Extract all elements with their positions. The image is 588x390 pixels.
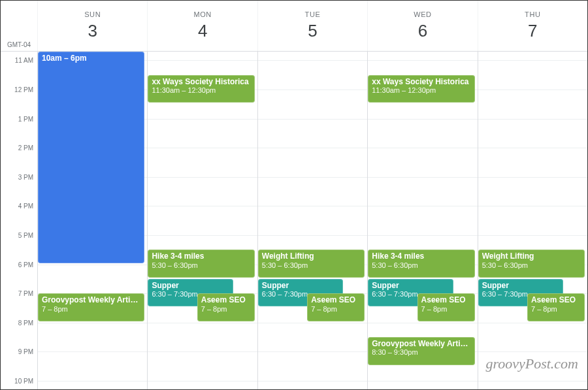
event-time: 5:30 – 6:30pm (262, 261, 361, 270)
event-title: xx Ways Society Historica (372, 77, 470, 86)
event-time: 5:30 – 6:30pm (482, 261, 581, 270)
day-number[interactable]: 6 (418, 21, 427, 41)
event-title: Groovypost Weekly Article (42, 295, 140, 304)
day-column[interactable]: xx Ways Society Historica11:30am – 12:30… (367, 52, 477, 389)
event-title: Aseem SEO (201, 295, 251, 304)
day-column[interactable]: Weight Lifting5:30 – 6:30pmSupper6:30 – … (478, 52, 587, 389)
calendar-event[interactable]: Weight Lifting5:30 – 6:30pm (258, 250, 365, 278)
time-label: 9 PM (18, 348, 33, 355)
calendar-event[interactable]: Weight Lifting5:30 – 6:30pm (478, 250, 585, 278)
day-header[interactable]: THU7 (478, 1, 587, 51)
calendar-grid[interactable]: 11 AM12 PM1 PM2 PM3 PM4 PM5 PM6 PM7 PM8 … (1, 52, 587, 389)
calendar-event[interactable]: Hike 3-4 miles5:30 – 6:30pm (368, 250, 474, 278)
event-title: Aseem SEO (531, 295, 581, 304)
day-name: TUE (305, 10, 321, 18)
time-label: 11 AM (15, 57, 33, 64)
event-time: 7 – 8pm (531, 305, 581, 314)
calendar-event[interactable]: 10am – 6pm (38, 52, 144, 263)
day-header[interactable]: MON4 (147, 1, 257, 51)
time-label: 5 PM (18, 231, 33, 238)
event-title: Supper (152, 281, 229, 290)
event-title: Weight Lifting (262, 252, 361, 261)
day-name: WED (414, 10, 431, 18)
time-label: 10 PM (14, 377, 33, 384)
event-title: Weight Lifting (482, 252, 581, 261)
calendar-event[interactable]: xx Ways Society Historica11:30am – 12:30… (368, 75, 474, 103)
event-title: Supper (482, 281, 560, 290)
event-time: 11:30am – 12:30pm (152, 86, 250, 95)
calendar-event[interactable]: Aseem SEO7 – 8pm (417, 293, 475, 321)
calendar-week-view: GMT-04 SUN3MON4TUE5WED6THU7 11 AM12 PM1 … (1, 1, 587, 389)
event-time: 7 – 8pm (42, 305, 140, 314)
event-title: Hike 3-4 miles (372, 252, 470, 261)
event-time: 8:30 – 9:30pm (372, 348, 470, 357)
day-name: THU (525, 10, 540, 18)
time-label: 4 PM (18, 203, 33, 210)
day-column[interactable]: 10am – 6pmGroovypost Weekly Article7 – 8… (37, 52, 147, 389)
time-label: 6 PM (18, 261, 33, 268)
time-label: 1 PM (18, 115, 33, 122)
day-number[interactable]: 5 (308, 21, 317, 41)
time-label: 7 PM (18, 290, 33, 297)
day-column[interactable]: Weight Lifting5:30 – 6:30pmSupper6:30 – … (257, 52, 367, 389)
days-area: 10am – 6pmGroovypost Weekly Article7 – 8… (37, 52, 587, 389)
time-label: 12 PM (14, 86, 33, 93)
time-label: 2 PM (18, 144, 33, 152)
day-number[interactable]: 7 (528, 21, 537, 41)
day-header[interactable]: SUN3 (37, 1, 147, 51)
calendar-event[interactable]: Aseem SEO7 – 8pm (527, 293, 585, 321)
event-title: Hike 3-4 miles (152, 252, 250, 261)
event-time: 7 – 8pm (201, 305, 251, 314)
day-number[interactable]: 3 (88, 21, 97, 41)
event-time: 5:30 – 6:30pm (372, 261, 470, 270)
time-label: 3 PM (18, 173, 33, 180)
event-title: Supper (372, 281, 449, 290)
event-time: 7 – 8pm (421, 305, 471, 314)
event-title: Groovypost Weekly Article (372, 339, 470, 348)
event-time: 7 – 8pm (311, 305, 361, 314)
event-title: Aseem SEO (421, 295, 471, 304)
calendar-event[interactable]: xx Ways Society Historica11:30am – 12:30… (148, 75, 254, 103)
event-time: 10am – 6pm (42, 54, 140, 63)
event-time: 11:30am – 12:30pm (372, 86, 470, 95)
day-header[interactable]: WED6 (367, 1, 477, 51)
day-column[interactable]: xx Ways Society Historica11:30am – 12:30… (147, 52, 257, 389)
time-axis: 11 AM12 PM1 PM2 PM3 PM4 PM5 PM6 PM7 PM8 … (1, 52, 37, 389)
day-header-row: GMT-04 SUN3MON4TUE5WED6THU7 (1, 1, 587, 52)
calendar-event[interactable]: Groovypost Weekly Article8:30 – 9:30pm (368, 337, 474, 365)
calendar-event[interactable]: Aseem SEO7 – 8pm (307, 293, 365, 321)
day-number[interactable]: 4 (198, 21, 207, 41)
event-time: 5:30 – 6:30pm (152, 261, 250, 270)
timezone-label: GMT-04 (1, 1, 37, 51)
calendar-event[interactable]: Groovypost Weekly Article7 – 8pm (38, 293, 144, 321)
day-name: SUN (84, 10, 101, 18)
event-title: Aseem SEO (311, 295, 361, 304)
time-label: 8 PM (18, 319, 33, 326)
day-name: MON (193, 10, 211, 18)
calendar-event[interactable]: Aseem SEO7 – 8pm (197, 293, 255, 321)
event-title: xx Ways Society Historica (152, 77, 250, 86)
event-title: Supper (262, 281, 340, 290)
calendar-event[interactable]: Hike 3-4 miles5:30 – 6:30pm (148, 250, 254, 278)
day-header[interactable]: TUE5 (257, 1, 367, 51)
